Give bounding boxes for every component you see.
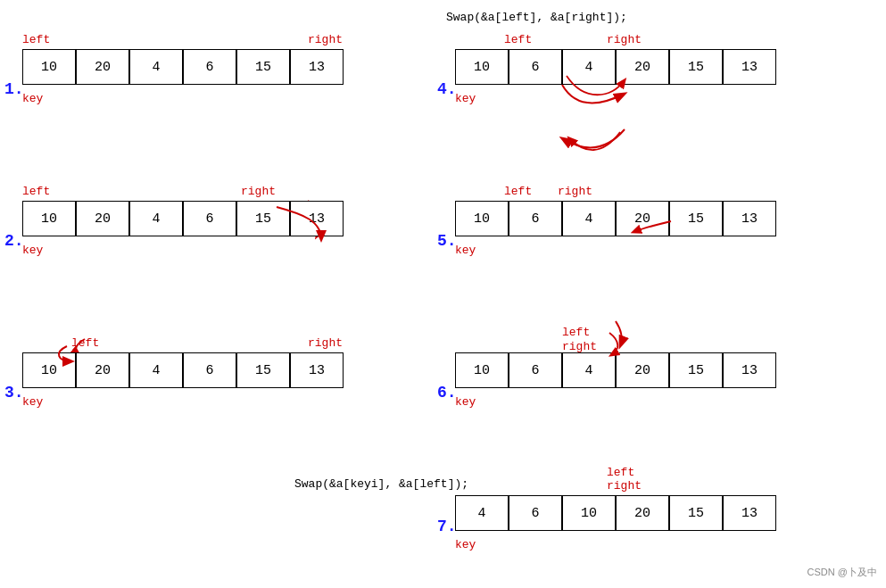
- step2-number: 2.: [4, 232, 24, 250]
- step1-cell-4: 15: [236, 49, 290, 85]
- step3-cell-1: 20: [76, 352, 129, 388]
- step4-cell-3: 20: [616, 49, 669, 85]
- step3-number: 3.: [4, 384, 24, 402]
- step5-key-label: key: [455, 244, 476, 257]
- step2-cell-4: 15: [236, 201, 290, 236]
- step1-cell-1: 20: [76, 49, 129, 85]
- step3-cell-3: 6: [183, 352, 236, 388]
- step4-key-label: key: [455, 92, 476, 105]
- step2-right-label: right: [241, 185, 276, 198]
- step4-cell-4: 15: [669, 49, 723, 85]
- step6-left-label: left: [562, 326, 590, 339]
- csdn-watermark: CSDN @卜及中: [807, 566, 877, 579]
- step4-cell-2: 4: [562, 49, 616, 85]
- step7-array: 4 6 10 20 15 13: [455, 495, 776, 531]
- step1-group: 1. left right 10 20 4 6 15 13 key: [22, 49, 344, 85]
- step5-array: 10 6 4 20 15 13: [455, 201, 776, 236]
- swap2-left-label: left: [607, 466, 634, 479]
- step7-cell-4: 15: [669, 495, 723, 531]
- step2-array: 10 20 4 6 15 13: [22, 201, 344, 236]
- step5-cell-1: 6: [509, 201, 562, 236]
- step3-key-label: key: [22, 395, 43, 409]
- step6-array: 10 6 4 20 15 13: [455, 352, 776, 388]
- step3-left-label: left: [71, 336, 99, 350]
- step2-cell-5: 13: [290, 201, 344, 236]
- step5-cell-2: 4: [562, 201, 616, 236]
- step5-cell-3: 20: [616, 201, 669, 236]
- step5-cell-4: 15: [669, 201, 723, 236]
- main-container: 1. left right 10 20 4 6 15 13 key 2. lef…: [0, 0, 886, 588]
- step1-right-label: right: [308, 33, 343, 46]
- step4-cell-0: 10: [455, 49, 509, 85]
- step2-key-label: key: [22, 244, 43, 257]
- step4-number: 4.: [437, 80, 457, 98]
- step4-left-label: left: [504, 33, 532, 46]
- step1-array: 10 20 4 6 15 13: [22, 49, 344, 85]
- step6-cell-5: 13: [723, 352, 776, 388]
- step7-cell-1: 6: [509, 495, 562, 531]
- step6-cell-0: 10: [455, 352, 509, 388]
- step4-array: 10 6 4 20 15 13: [455, 49, 776, 85]
- step1-cell-0: 10: [22, 49, 76, 85]
- step6-cell-1: 6: [509, 352, 562, 388]
- step6-number: 6.: [437, 384, 457, 402]
- step6-cell-2: 4: [562, 352, 616, 388]
- step4-group: 4. left right 10 6 4 20 15 13 key: [455, 49, 776, 85]
- step7-group: 7. 4 6 10 20 15 13 key: [455, 495, 776, 531]
- step5-cell-5: 13: [723, 201, 776, 236]
- step5-cell-0: 10: [455, 201, 509, 236]
- step5-right-label: right: [558, 185, 592, 198]
- step7-cell-3: 20: [616, 495, 669, 531]
- step1-cell-3: 6: [183, 49, 236, 85]
- step3-array: 10 20 4 6 15 13: [22, 352, 344, 388]
- step7-key-label: key: [455, 538, 476, 551]
- step3-cell-4: 15: [236, 352, 290, 388]
- step1-cell-2: 4: [129, 49, 183, 85]
- step2-cell-0: 10: [22, 201, 76, 236]
- step6-cell-3: 20: [616, 352, 669, 388]
- step6-key-label: key: [455, 395, 476, 409]
- step5-group: 5. left right 10 6 4 20 15 13 key: [455, 201, 776, 236]
- step2-cell-2: 4: [129, 201, 183, 236]
- step5-number: 5.: [437, 232, 457, 250]
- step1-key-label: key: [22, 92, 43, 105]
- step3-right-label: right: [308, 336, 343, 350]
- step6-right-label: right: [562, 340, 597, 353]
- step3-group: 3. left right 10 20 4 6 15 13 key: [22, 352, 344, 388]
- step3-cell-2: 4: [129, 352, 183, 388]
- swap1-code: Swap(&a[left], &a[right]);: [446, 11, 627, 24]
- step2-cell-3: 6: [183, 201, 236, 236]
- step6-group: 6. left right 10 6 4 20 15 13 key: [455, 352, 776, 388]
- step7-cell-0: 4: [455, 495, 509, 531]
- swap2-right-label: right: [607, 479, 642, 493]
- step3-cell-0: 10: [22, 352, 76, 388]
- step1-left-label: left: [22, 33, 50, 46]
- step4-cell-5: 13: [723, 49, 776, 85]
- step5-left-label: left: [504, 185, 532, 198]
- step1-cell-5: 13: [290, 49, 344, 85]
- step2-cell-1: 20: [76, 201, 129, 236]
- step4-right-label: right: [607, 33, 642, 46]
- step7-cell-5: 13: [723, 495, 776, 531]
- step4-cell-1: 6: [509, 49, 562, 85]
- step2-group: 2. left right 10 20 4 6 15 13 key: [22, 201, 344, 236]
- step2-left-label: left: [22, 185, 50, 198]
- step7-number: 7.: [437, 518, 457, 535]
- step3-cell-5: 13: [290, 352, 344, 388]
- step7-cell-2: 10: [562, 495, 616, 531]
- swap2-code: Swap(&a[keyi], &a[left]);: [294, 477, 468, 491]
- step1-number: 1.: [4, 80, 24, 98]
- step6-cell-4: 15: [669, 352, 723, 388]
